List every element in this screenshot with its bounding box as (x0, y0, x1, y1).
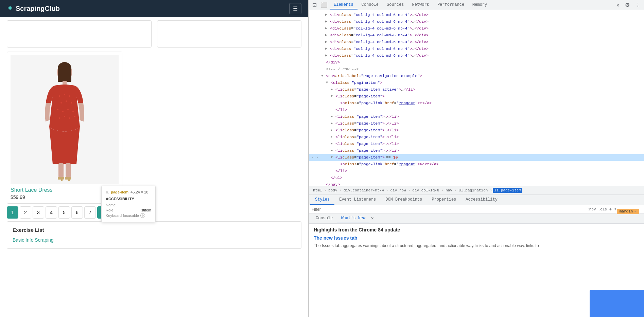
expand-arrow[interactable] (325, 25, 330, 32)
breadcrumb-html[interactable]: html (312, 188, 323, 193)
breadcrumb-nav[interactable]: nav (444, 188, 454, 193)
elem-line-li-6[interactable]: <li class="page-item">…</li> (309, 134, 644, 141)
drawer-tab-whats-new[interactable]: What's New (337, 214, 369, 223)
elem-line[interactable]: <div class="col-lg-4 col-md-6 mb-4">…</d… (309, 32, 644, 39)
drawer-tab-console[interactable]: Console (312, 214, 337, 223)
elem-line-li-close[interactable]: </li> (309, 107, 644, 113)
breadcrumb-body[interactable]: body (327, 188, 338, 193)
filter-bar: :hov .cls + ⬍ margin – (309, 205, 644, 214)
page-btn-4[interactable]: 4 (46, 206, 57, 219)
devtools-tab-bar: ⊡ ⬜ Elements Console Sources Network Per… (309, 0, 644, 10)
placeholder-left (7, 20, 152, 48)
expand-arrow[interactable] (331, 120, 335, 127)
expand-arrow[interactable] (325, 12, 330, 18)
inspect-element-btn[interactable]: ⊡ (310, 1, 319, 9)
tab-properties[interactable]: Properties (427, 195, 461, 205)
elem-line-li-active[interactable]: <li class="page-item active">…</li> (309, 86, 644, 93)
more-options-btn[interactable]: ⋮ (633, 1, 643, 9)
expand-arrow[interactable] (325, 39, 330, 45)
breadcrumb-li[interactable]: li.page-item (493, 188, 522, 193)
navbar-brand: ✦ ScrapingClub (7, 4, 60, 13)
elem-line-a-next[interactable]: <a class="page-link" href="?page=2">Next… (309, 161, 644, 168)
expand-arrow[interactable] (331, 141, 335, 147)
page-btn-1[interactable]: 1 (7, 206, 18, 219)
elem-line[interactable]: <div class="col-lg-4 col-md-6 mb-4">…</d… (309, 25, 644, 32)
breadcrumb-div-row[interactable]: div.row (389, 188, 407, 193)
dots-icon: ··· (312, 154, 320, 161)
device-toolbar-btn[interactable]: ⬜ (319, 1, 330, 9)
breadcrumb-ul[interactable]: ul.pagination (457, 188, 489, 193)
devtools-panel: ⊡ ⬜ Elements Console Sources Network Per… (309, 0, 644, 317)
expand-arrow[interactable] (331, 114, 335, 120)
elem-line-comment[interactable]: <!-- /.row --> (309, 66, 644, 73)
svg-rect-21 (65, 177, 71, 180)
page-btn-3[interactable]: 3 (33, 206, 44, 219)
tooltip-tag: li. (106, 190, 109, 194)
svg-point-17 (74, 116, 75, 117)
elem-line[interactable]: <div class="col-lg-4 col-md-6 mb-4">…</d… (309, 45, 644, 52)
elem-line[interactable]: <div class="col-lg-4 col-md-6 mb-4">…</d… (309, 18, 644, 25)
svg-rect-22 (61, 179, 63, 181)
tab-sources[interactable]: Sources (383, 1, 408, 10)
tab-accessibility[interactable]: Accessibility (461, 195, 502, 205)
expand-arrow[interactable] (325, 46, 330, 52)
filter-cls[interactable]: .cls (598, 207, 607, 211)
expand-arrow-nav[interactable] (321, 73, 326, 79)
elem-line-ul-close[interactable]: </ul> (309, 174, 644, 181)
tooltip-class: page-item (111, 190, 128, 194)
elem-line-li-5[interactable]: <li class="page-item">…</li> (309, 127, 644, 134)
placeholder-right (157, 20, 302, 48)
issues-title[interactable]: The new Issues tab (314, 235, 639, 241)
elem-line-a[interactable]: <a class="page-link" href="?page=2">2</a… (309, 100, 644, 107)
tab-elements[interactable]: Elements (330, 1, 358, 10)
elem-line-li-4[interactable]: <li class="page-item">…</li> (309, 120, 644, 127)
expand-arrow[interactable] (325, 19, 330, 25)
filter-add[interactable]: + (609, 207, 612, 212)
elem-line-close-div[interactable]: </div> (309, 59, 644, 66)
page-btn-7[interactable]: 7 (84, 206, 96, 219)
elem-line-nav[interactable]: <nav aria-label="Page navigation example… (309, 73, 644, 79)
page-btn-6[interactable]: 6 (71, 206, 83, 219)
expand-arrow[interactable] (325, 53, 330, 59)
styles-filter-input[interactable] (312, 207, 585, 212)
tab-performance[interactable]: Performance (433, 1, 468, 10)
expand-arrow[interactable] (331, 87, 335, 93)
more-tabs-btn[interactable]: » (614, 1, 622, 9)
elem-line-li-8[interactable]: <li class="page-item">…</li> (309, 147, 644, 154)
tab-styles[interactable]: Styles (310, 195, 334, 205)
elem-line-li-7[interactable]: <li class="page-item">…</li> (309, 141, 644, 147)
expand-arrow[interactable] (331, 127, 335, 133)
page-btn-5[interactable]: 5 (58, 206, 70, 219)
tab-network[interactable]: Network (408, 1, 433, 10)
elem-line[interactable]: <div class="col-lg-4 col-md-6 mb-4">…</d… (309, 12, 644, 18)
elem-line-ul[interactable]: <ul class="pagination"> (309, 79, 644, 86)
accessibility-tooltip: li.page-item 45.24 × 28 ACCESSIBILITY Na… (101, 186, 156, 222)
drawer-close-btn[interactable]: × (371, 216, 373, 221)
expand-arrow[interactable] (331, 148, 335, 154)
tab-dom-breakpoints[interactable]: DOM Breakpoints (381, 195, 427, 205)
elem-line-nav-close[interactable]: </nav> (309, 181, 644, 186)
elem-line[interactable]: <div class="col-lg-4 col-md-6 mb-4">…</d… (309, 39, 644, 45)
filter-hov[interactable]: :hov (587, 207, 596, 211)
elem-line-li-3[interactable]: <li class="page-item">…</li> (309, 113, 644, 120)
navbar-toggler[interactable]: ☰ (289, 3, 301, 14)
elem-line[interactable]: <div class="col-lg-4 col-md-6 mb-4">…</d… (309, 52, 644, 59)
expand-arrow[interactable] (331, 134, 335, 140)
breadcrumb-div-container[interactable]: div.container-mt-4 (342, 188, 385, 193)
expand-arrow-sel[interactable] (331, 154, 335, 161)
settings-btn[interactable]: ⚙ (623, 1, 632, 9)
breadcrumb-div-col[interactable]: div.col-lg-8 (411, 188, 440, 193)
tab-event-listeners[interactable]: Event Listeners (334, 195, 381, 205)
page-btn-2[interactable]: 2 (20, 206, 31, 219)
svg-rect-20 (58, 177, 64, 180)
elem-line-li-close-2[interactable]: </li> (309, 168, 644, 174)
basic-info-link[interactable]: Basic Info Scraping (13, 237, 54, 243)
expand-arrow-ul[interactable] (326, 80, 331, 86)
expand-arrow[interactable] (325, 32, 330, 38)
elem-line-li-2[interactable]: <li class="page-item"> (309, 93, 644, 100)
filter-up-down[interactable]: ⬍ (614, 206, 616, 212)
expand-arrow-li2[interactable] (331, 93, 335, 99)
elem-line-selected[interactable]: ··· <li class="page-item"> == $0 (309, 154, 644, 161)
tab-memory[interactable]: Memory (468, 1, 491, 10)
tab-console[interactable]: Console (358, 1, 383, 10)
